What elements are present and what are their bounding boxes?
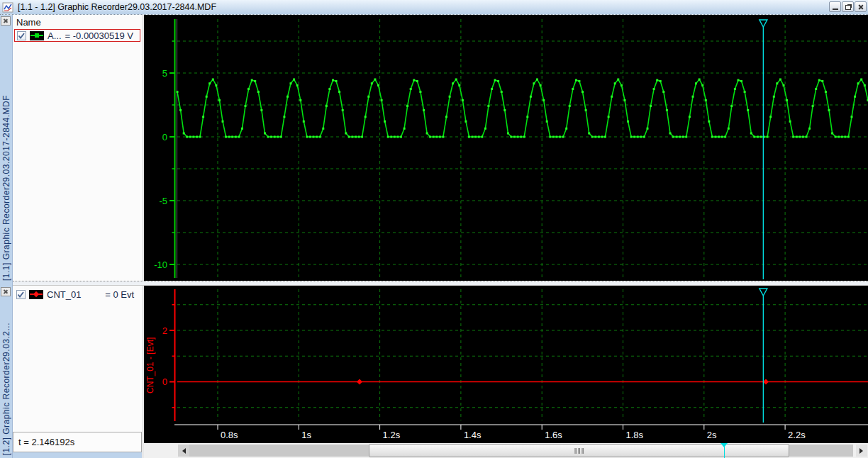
arrow-right-icon bbox=[859, 448, 866, 454]
window-controls bbox=[829, 1, 867, 12]
time-axis-svg: 0.8s1s1.2s1.4s1.6s1.8s2s2.2s bbox=[144, 424, 868, 443]
y-tick-label: -10 bbox=[154, 259, 167, 270]
scroll-left-button[interactable] bbox=[178, 445, 189, 457]
counter-signal-value: = 0 Evt bbox=[105, 289, 134, 300]
thumb-grip-icon bbox=[582, 448, 584, 454]
pane-tab-1-1[interactable]: [1.1] Graphic Recorder29.03.2017-2844.MD… bbox=[0, 15, 13, 284]
close-button[interactable] bbox=[855, 1, 867, 12]
sample-markers bbox=[177, 79, 868, 138]
counter-signal-name: CNT_01 bbox=[47, 289, 81, 300]
time-tick-label: 1.4s bbox=[464, 430, 482, 440]
arrow-left-icon bbox=[179, 448, 186, 454]
check-icon bbox=[18, 32, 26, 40]
y-tick-label: 2 bbox=[162, 325, 167, 336]
y-tick-label: 0 bbox=[162, 132, 167, 143]
graphic-recorder-window: [1.1 - 1.2] Graphic Recorder29.03.2017-2… bbox=[0, 0, 868, 458]
event-marker bbox=[763, 379, 769, 385]
signal-list-top: Name A... = -0.00030519 V bbox=[13, 15, 142, 281]
minimize-icon bbox=[833, 9, 838, 10]
time-tick-label: 2s bbox=[707, 430, 717, 440]
time-tick-label: 1.2s bbox=[383, 430, 401, 440]
cursor-time-status: t = 2.146192s bbox=[13, 432, 142, 452]
cursor-line bbox=[724, 447, 725, 458]
signal-row-analog[interactable]: A... = -0.00030519 V bbox=[14, 29, 140, 42]
cursor-position-marker[interactable] bbox=[720, 443, 728, 458]
cursor-triangle-icon bbox=[760, 289, 767, 296]
time-tick-label: 1.8s bbox=[626, 430, 644, 440]
cursor-time-text: t = 2.146192s bbox=[18, 437, 74, 447]
green-trace-legend-icon bbox=[30, 31, 44, 40]
close-icon bbox=[4, 18, 9, 23]
close-icon bbox=[4, 289, 9, 294]
pane-1-2-tab-label: [1.2] Graphic Recorder29.03.2... bbox=[1, 323, 11, 455]
time-tick-label: 2.2s bbox=[788, 430, 806, 440]
counter-plot-area[interactable]: 20CNT_01 - [Evt] bbox=[144, 286, 868, 424]
check-icon bbox=[17, 291, 25, 298]
thumb-grip-icon bbox=[578, 448, 580, 454]
signal-row-counter[interactable]: CNT_01 = 0 Evt bbox=[14, 288, 140, 301]
analog-plot-svg: 50-5-10 bbox=[144, 15, 868, 281]
restore-icon bbox=[845, 5, 851, 10]
y-tick-label: -5 bbox=[159, 196, 167, 206]
analog-signal-name: A... bbox=[48, 30, 62, 41]
analog-plot-area[interactable]: 50-5-10 bbox=[144, 15, 868, 281]
time-axis[interactable]: 0.8s1s1.2s1.4s1.6s1.8s2s2.2s bbox=[144, 424, 868, 443]
pane-1-1-tab-label: [1.1] Graphic Recorder29.03.2017-2844.MD… bbox=[1, 95, 11, 281]
analog-visible-checkbox[interactable] bbox=[17, 31, 26, 40]
pane-tab-1-2[interactable]: [1.2] Graphic Recorder29.03.2... bbox=[0, 284, 13, 458]
scroll-track-right[interactable] bbox=[789, 445, 853, 457]
time-tick-label: 0.8s bbox=[221, 430, 238, 440]
signal-list-name-header: Name bbox=[13, 15, 142, 29]
title-bar[interactable]: [1.1 - 1.2] Graphic Recorder29.03.2017-2… bbox=[0, 0, 868, 15]
counter-plot-svg: 20CNT_01 - [Evt] bbox=[144, 286, 868, 424]
pane-1-2-close-button[interactable] bbox=[1, 287, 11, 296]
thumb-grip-icon bbox=[574, 448, 577, 454]
red-trace-legend-icon bbox=[29, 290, 43, 299]
y-tick-label: 5 bbox=[162, 68, 167, 79]
window-title: [1.1 - 1.2] Graphic Recorder29.03.2017-2… bbox=[18, 2, 216, 12]
cursor-triangle-icon bbox=[760, 20, 767, 27]
minimize-button[interactable] bbox=[829, 1, 841, 12]
close-icon bbox=[858, 4, 864, 10]
pane-separator[interactable] bbox=[13, 281, 868, 286]
time-tick-label: 1s bbox=[301, 430, 311, 440]
restore-button[interactable] bbox=[842, 1, 854, 12]
app-icon bbox=[2, 2, 13, 13]
y-tick-label: 0 bbox=[162, 376, 167, 387]
analog-signal-value: = -0.00030519 V bbox=[65, 30, 134, 41]
event-marker bbox=[357, 379, 362, 385]
scroll-track-left[interactable] bbox=[189, 445, 369, 457]
counter-visible-checkbox[interactable] bbox=[16, 290, 26, 299]
signal-list-bottom: CNT_01 = 0 Evt bbox=[13, 286, 142, 432]
time-tick-label: 1.6s bbox=[545, 430, 562, 440]
horizontal-scrollbar[interactable] bbox=[144, 443, 868, 458]
pane-1-1-close-button[interactable] bbox=[1, 16, 11, 26]
scroll-right-button[interactable] bbox=[856, 445, 867, 457]
analog-signal-trace bbox=[177, 79, 868, 137]
y-axis-title: CNT_01 - [Evt] bbox=[145, 337, 155, 393]
